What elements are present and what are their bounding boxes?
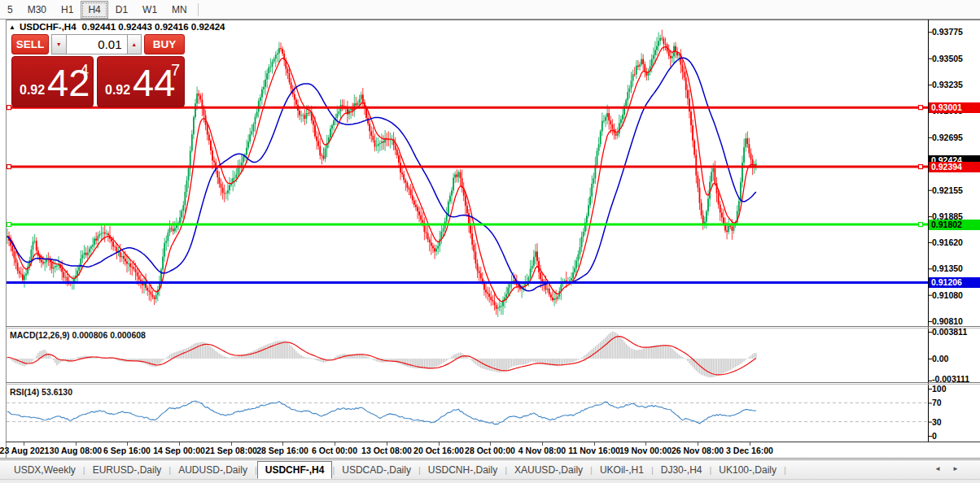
- hline-price-badge: 0.91802: [929, 220, 980, 230]
- buy-price-pip-digit: 7: [171, 61, 180, 80]
- time-axis-label: 11 Nov 16:00: [568, 446, 620, 455]
- macd-axis-label: -0.003111: [932, 374, 969, 384]
- hline-price-badge: 0.92394: [929, 162, 980, 172]
- rsi-line: [7, 401, 756, 424]
- time-axis-label: 3 Dec 16:00: [726, 446, 773, 455]
- chart-symbol-label: USDCHF-,H4: [20, 22, 77, 32]
- tab-separator: |: [784, 465, 786, 475]
- one-click-trade-panel: SELL ▼ 0.01 ▲ BUY 0.92 42 4 0.92 44 7: [11, 34, 185, 107]
- chart-tab-usdcad-daily[interactable]: USDCAD-,Daily: [335, 462, 418, 478]
- hline-handle[interactable]: [7, 165, 11, 169]
- chart-tab-dj30-h4[interactable]: DJ30-,H4: [654, 462, 710, 478]
- chart-tab-bar: USDX,Weekly|EURUSD-,Daily|AUDUSD-,Daily|…: [0, 459, 980, 479]
- sell-price-box[interactable]: 0.92 42 4: [11, 56, 94, 107]
- time-axis-label: 23 Aug 2021: [0, 446, 49, 455]
- hline-handle[interactable]: [919, 165, 923, 169]
- price-axis-label: 0.92155: [932, 185, 963, 195]
- chart-tab-uk100-daily[interactable]: UK100-,Daily: [711, 462, 784, 478]
- volume-input[interactable]: 0.01: [67, 34, 127, 54]
- volume-decrease-button[interactable]: ▼: [51, 34, 67, 54]
- time-axis-label: 6 Oct 00:00: [312, 446, 357, 455]
- buy-price-prefix: 0.92: [105, 83, 130, 98]
- chart-ohlc-values: 0.92441 0.92443 0.92416 0.92424: [82, 22, 225, 32]
- timeframe-button-d1[interactable]: D1: [108, 1, 135, 19]
- time-axis-label: 14 Sep 00:00: [153, 446, 205, 455]
- timeframe-button-w1[interactable]: W1: [135, 1, 164, 19]
- trading-terminal-window: 5M30H1H4D1W1MN ▲USDCHF-,H40.92441 0.9244…: [0, 0, 980, 483]
- timeframe-button-5[interactable]: 5: [0, 1, 20, 19]
- time-axis-label: 19 Nov 00:00: [619, 446, 672, 455]
- timeframe-button-h4[interactable]: H4: [81, 1, 107, 19]
- chart-tab-usdx-weekly[interactable]: USDX,Weekly: [7, 462, 83, 478]
- chart-tab-audusd-daily[interactable]: AUDUSD-,Daily: [171, 462, 255, 478]
- horizontal-level-lines[interactable]: [7, 106, 928, 283]
- time-axis-label: 20 Oct 16:00: [413, 446, 464, 455]
- collapse-arrow-icon[interactable]: ▲: [9, 24, 15, 31]
- toolbar-separator: [198, 3, 199, 16]
- price-axis-label: 0.93235: [932, 80, 963, 89]
- hline-price-badge: 0.93001: [929, 102, 980, 113]
- chart-tab-usdchf-h4[interactable]: USDCHF-,H4: [257, 461, 333, 479]
- tab-scroll-left-button[interactable]: ◄: [934, 465, 941, 472]
- price-axis-label: 0.90810: [932, 316, 963, 326]
- rsi-axis-label: 0: [932, 431, 937, 441]
- time-axis-label: 26 Nov 08:00: [672, 446, 724, 455]
- hline-handle[interactable]: [7, 106, 11, 110]
- sell-button[interactable]: SELL: [11, 34, 49, 54]
- time-axis-label: 13 Oct 08:00: [361, 446, 412, 455]
- chart-tab-xauusd-daily[interactable]: XAUUSD-,Daily: [507, 462, 590, 478]
- hline-handle[interactable]: [7, 223, 11, 227]
- macd-axis-label: 0.003811: [932, 327, 967, 337]
- rsi-axis-label: 30: [932, 417, 942, 427]
- time-axis-label: 28 Sep 16:00: [256, 446, 308, 455]
- hline-handle[interactable]: [919, 223, 923, 227]
- chart-tab-eurusd-daily[interactable]: EURUSD-,Daily: [85, 462, 169, 478]
- time-axis-label: 4 Nov 08:00: [518, 446, 566, 455]
- macd-axis-label: 0.00: [932, 354, 948, 363]
- buy-button[interactable]: BUY: [144, 34, 185, 54]
- chart-tab-usdcnh-daily[interactable]: USDCNH-,Daily: [421, 462, 505, 478]
- timeframe-button-mn[interactable]: MN: [164, 1, 195, 19]
- sell-price-prefix: 0.92: [20, 83, 45, 98]
- rsi-axis-label: 100: [932, 384, 947, 394]
- status-strip: [0, 479, 980, 483]
- price-axis-label: 0.91350: [932, 263, 963, 273]
- time-axis-label: 30 Aug 08:00: [50, 446, 102, 455]
- triangle-up-icon: ▲: [131, 41, 137, 47]
- triangle-down-icon: ▼: [56, 41, 62, 47]
- buy-price-box[interactable]: 0.92 44 7: [97, 56, 185, 107]
- price-axis-label: 0.93775: [932, 27, 963, 37]
- rsi-axis-label: 70: [932, 398, 942, 407]
- price-axis-label: 0.91620: [932, 237, 963, 247]
- timeframe-button-h1[interactable]: H1: [54, 1, 81, 19]
- time-axis-label: 28 Oct 00:00: [465, 446, 515, 455]
- buy-price-big-digits: 44: [133, 59, 175, 107]
- price-axis-label: 0.91080: [932, 290, 963, 300]
- price-axis-label: 0.92695: [932, 133, 963, 142]
- macd-indicator-label: MACD(12,26,9) 0.000806 0.000608: [10, 330, 146, 340]
- price-axis-label: 0.93505: [932, 54, 963, 63]
- chart-title: ▲USDCHF-,H40.92441 0.92443 0.92416 0.924…: [9, 22, 225, 32]
- chart-tab-ukoil-h1[interactable]: UKOil-,H1: [593, 462, 651, 478]
- time-axis-label: 21 Sep 08:00: [205, 446, 257, 455]
- time-axis-label: 6 Sep 16:00: [103, 446, 151, 455]
- volume-increase-button[interactable]: ▲: [127, 34, 142, 54]
- timeframe-toolbar: 5M30H1H4D1W1MN: [0, 0, 980, 19]
- timeframe-button-m30[interactable]: M30: [20, 1, 54, 19]
- tab-scroll-right-button[interactable]: ►: [952, 465, 959, 472]
- hline-price-badge: 0.91206: [929, 277, 980, 288]
- hline-handle[interactable]: [919, 106, 923, 110]
- rsi-indicator-label: RSI(14) 53.6130: [10, 387, 72, 397]
- sell-price-pip-digit: 4: [80, 61, 89, 80]
